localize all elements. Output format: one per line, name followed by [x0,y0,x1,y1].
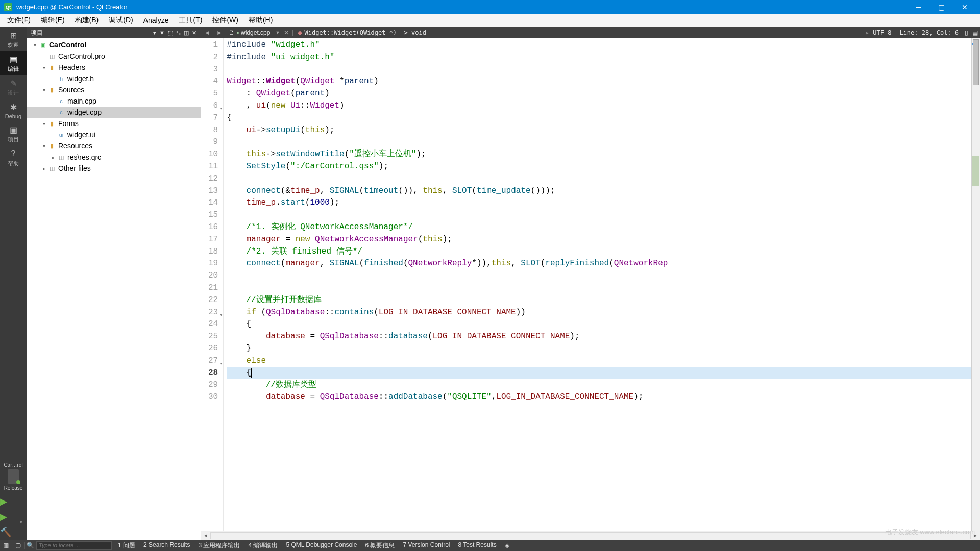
toggle-sidebar-button[interactable]: ▥ [0,542,12,549]
tree-item-icon: ▮ [48,119,56,128]
tree-toggle-icon[interactable]: ▾ [40,65,48,70]
nav-back-button[interactable]: ◄ [201,29,213,36]
status-pane-7[interactable]: 8 Test Results [454,541,500,550]
menu-item-5[interactable]: 工具(T) [174,15,207,26]
menu-item-6[interactable]: 控件(W) [207,15,243,26]
run-button[interactable]: ▶ [0,494,27,509]
status-pane-2[interactable]: 3 应用程序输出 [194,541,244,550]
horizontal-scrollbar[interactable]: ◄ ► [201,531,980,540]
tree-row[interactable]: ▸◫res\res.qrc [27,152,201,163]
tree-row[interactable]: hwidget.h [27,73,201,84]
status-menu-icon[interactable]: ◈ [501,542,513,549]
editor-panel: ◄ ► 🗋 ▪ widget.cpp ▼ ✕ | ◆ Widget::Widge… [201,27,980,540]
menubar: 文件(F)编辑(E)构建(B)调试(D)Analyze工具(T)控件(W)帮助(… [0,14,980,27]
tree-item-label: widget.h [67,74,94,83]
mode-button-1[interactable]: ▤编辑 [0,51,27,75]
code-content[interactable]: #include "widget.h"#include "ui_widget.h… [224,38,971,531]
funnel-icon[interactable]: ▼ [159,30,165,36]
tree-toggle-icon[interactable]: ▸ [49,155,57,160]
tree-item-label: CarControl.pro [58,52,105,60]
project-tree[interactable]: ▾▣CarControl◫CarControl.pro▾▮Headershwid… [27,38,201,540]
tree-row[interactable]: ▸◫Other files [27,163,201,174]
tree-toggle-icon[interactable]: ▸ [40,166,48,171]
menu-item-0[interactable]: 文件(F) [2,15,36,26]
app-icon: Qt [4,3,12,11]
tree-item-label: Headers [58,63,85,71]
tree-toggle-icon[interactable]: ▾ [40,143,48,149]
link-icon[interactable]: ⬚ [168,30,173,36]
tree-row[interactable]: cmain.cpp [27,95,201,107]
close-button[interactable]: ✕ [953,0,976,14]
tree-row[interactable]: ▾▮Resources [27,140,201,152]
tree-row[interactable]: cwidget.cpp [27,107,201,118]
mode-button-5[interactable]: ?帮助 [0,145,27,169]
editor-split-icon[interactable]: ▯ [963,29,970,36]
symbol-crumb[interactable]: ◆ Widget::Widget(QWidget *) -> void [295,29,429,36]
maximize-button[interactable]: ▢ [930,0,953,14]
tree-item-label: CarControl [49,41,86,49]
split-icon[interactable]: ◫ [184,30,189,36]
status-pane-5[interactable]: 6 概要信息 [361,541,399,550]
lock-icon: 🗋 [229,29,235,36]
tree-item-label: Other files [58,164,91,172]
project-panel-title: 项目 [31,29,150,37]
editor-extra-icon[interactable]: ▤ [970,29,980,36]
menu-item-3[interactable]: 调试(D) [104,15,138,26]
build-button[interactable]: 🔨 [0,524,27,540]
tab-close-button[interactable]: ✕ [282,29,291,36]
panel-close-icon[interactable]: ✕ [192,30,197,36]
mode-button-3[interactable]: ✱Debug [0,99,27,121]
file-crumb[interactable]: 🗋 ▪ widget.cpp [226,29,274,36]
menu-item-2[interactable]: 构建(B) [70,15,104,26]
tree-item-icon: ▮ [48,142,56,150]
mode-icon: ? [8,148,18,159]
status-pane-1[interactable]: 2 Search Results [139,541,194,550]
minimize-button[interactable]: ─ [907,0,930,14]
file-dropdown-icon[interactable]: ▼ [273,30,282,35]
vertical-scrollbar[interactable] [971,38,980,531]
tree-row[interactable]: ▾▮Sources [27,84,201,95]
code-editor[interactable]: 123456▾7891011121314151617181920212223▾2… [201,38,971,531]
menu-item-1[interactable]: 编辑(E) [36,15,70,26]
locate-input[interactable] [36,541,112,550]
menu-item-7[interactable]: 帮助(H) [243,15,278,26]
project-panel-header: 项目 ▾ ▼ ⬚ ⇆ ◫ ✕ [27,27,201,38]
cursor-position[interactable]: Line: 28, Col: 6 [895,29,963,36]
tree-row[interactable]: ▾▮Headers [27,62,201,73]
tree-row[interactable]: ▾▣CarControl [27,39,201,51]
filter-icon[interactable]: ▾ [153,30,156,36]
menu-item-4[interactable]: Analyze [138,15,174,26]
mode-label: 欢迎 [8,41,19,49]
mode-button-0[interactable]: ⊞欢迎 [0,27,27,51]
tree-item-icon: c [57,108,65,116]
line-gutter[interactable]: 123456▾7891011121314151617181920212223▾2… [201,38,224,531]
status-pane-0[interactable]: 1 问题 [114,541,139,550]
tree-toggle-icon[interactable]: ▾ [31,42,39,48]
mode-button-4[interactable]: ▣项目 [0,121,27,145]
tree-item-icon: ▮ [48,63,56,71]
search-icon: 🔍 [24,542,34,549]
mode-label: 帮助 [8,160,19,167]
tree-row[interactable]: uiwidget.ui [27,129,201,140]
close-panel-button[interactable]: ▢ [12,542,24,549]
editor-toolbar: ◄ ► 🗋 ▪ widget.cpp ▼ ✕ | ◆ Widget::Widge… [201,27,980,38]
encoding-status[interactable]: ▸ UTF-8 [862,29,896,36]
tree-item-label: widget.cpp [67,108,102,116]
file-name: widget.cpp [241,29,270,36]
mode-button-2[interactable]: ✎设计 [0,75,27,99]
nav-forward-button[interactable]: ► [213,29,226,36]
target-name: Car…rol [4,462,22,468]
status-pane-6[interactable]: 7 Version Control [399,541,454,550]
build-config: Release [4,485,23,491]
status-pane-4[interactable]: 5 QML Debugger Console [282,541,361,550]
kit-selector[interactable]: Car…rol Release [0,459,27,494]
tree-item-icon: ◫ [48,52,56,60]
sync-icon[interactable]: ⇆ [176,30,181,36]
debug-run-button[interactable]: ▶● [0,509,27,524]
tree-toggle-icon[interactable]: ▾ [40,121,48,127]
status-pane-3[interactable]: 4 编译输出 [244,541,282,550]
tree-row[interactable]: ▾▮Forms [27,118,201,129]
window-title: widget.cpp @ CarControl - Qt Creator [16,3,907,11]
tree-toggle-icon[interactable]: ▾ [40,87,48,93]
tree-row[interactable]: ◫CarControl.pro [27,51,201,62]
